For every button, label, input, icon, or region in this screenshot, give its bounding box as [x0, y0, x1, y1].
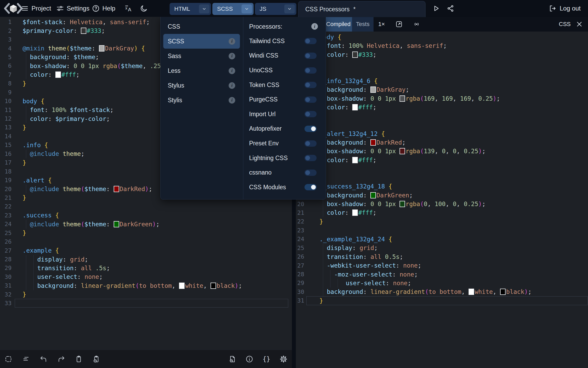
- code-line: 5: [296, 68, 588, 76]
- indent-guide: [33, 273, 34, 281]
- close-icon[interactable]: [575, 20, 583, 28]
- language-menu-item-less[interactable]: Lessi: [163, 63, 240, 78]
- zoom-level[interactable]: 1×: [378, 17, 385, 32]
- info-icon[interactable]: i: [229, 68, 235, 74]
- toggle-css-modules[interactable]: [304, 184, 317, 190]
- toggle-autoprefixer[interactable]: [304, 126, 317, 132]
- info-icon[interactable]: [245, 354, 254, 364]
- code-token: .25: [150, 63, 161, 69]
- code-token: user-select: [346, 280, 386, 287]
- color-swatch[interactable]: [114, 221, 119, 227]
- gear-icon[interactable]: [279, 354, 288, 364]
- menu-help[interactable]: Help: [92, 0, 115, 17]
- color-swatch[interactable]: [81, 28, 86, 34]
- app-logo-icon[interactable]: [3, 2, 24, 15]
- processor-row-lightning-css: Lightning CSS: [243, 151, 326, 165]
- menu-settings[interactable]: Settings: [56, 0, 90, 17]
- processors-list: Processors:iTailwind CSSWindi CSSUnoCSST…: [243, 17, 326, 199]
- tab-compiled[interactable]: Compiled: [325, 17, 352, 32]
- chevron-down-icon[interactable]: [199, 4, 209, 13]
- toggle-unocss[interactable]: [304, 67, 317, 74]
- color-swatch[interactable]: [179, 283, 185, 289]
- code-token: :: [62, 19, 70, 25]
- color-swatch[interactable]: [352, 104, 358, 110]
- info-icon[interactable]: i: [229, 38, 235, 45]
- toggle-cssnano[interactable]: [304, 170, 317, 176]
- chevron-down-icon[interactable]: [284, 4, 295, 13]
- language-menu-item-sass[interactable]: Sassi: [163, 49, 240, 63]
- color-swatch[interactable]: [352, 209, 358, 216]
- info-icon[interactable]: i: [229, 53, 235, 59]
- code-line: 9color: #fff;: [296, 103, 588, 112]
- color-swatch[interactable]: [370, 139, 376, 146]
- color-swatch[interactable]: [400, 201, 405, 207]
- logout-button[interactable]: Log out: [549, 0, 581, 17]
- broadcast-icon[interactable]: [413, 20, 421, 28]
- file-tab-css-processors[interactable]: CSS Processors *: [298, 1, 426, 17]
- language-menu-item-stylis[interactable]: Stylisi: [163, 93, 240, 108]
- code-token: background: [327, 86, 363, 93]
- toggle-preset-env[interactable]: [304, 140, 317, 147]
- info-icon[interactable]: i: [311, 23, 318, 30]
- align-lines-icon[interactable]: [21, 354, 31, 364]
- code-line: 24@include theme($theme: DarkGreen);: [0, 220, 292, 228]
- undo-icon[interactable]: [39, 354, 48, 364]
- toggle-import-url[interactable]: [304, 111, 317, 117]
- language-menu-item-stylus[interactable]: Stylusi: [163, 78, 240, 93]
- code-token: ,: [435, 95, 442, 102]
- chevron-down-icon[interactable]: [242, 4, 252, 13]
- redo-icon[interactable]: [56, 354, 66, 364]
- language-menu-item-scss[interactable]: SCSSi: [163, 34, 240, 49]
- editor-tab-scss[interactable]: SCSS: [212, 3, 254, 15]
- run-play-icon[interactable]: [432, 4, 440, 13]
- code-token: black: [217, 282, 235, 289]
- code-token: ;: [409, 192, 413, 199]
- line-number: 9: [0, 89, 15, 96]
- app: 1$font-stack: Helvetica, sans-serif;2$pr…: [0, 0, 588, 368]
- color-swatch[interactable]: [99, 45, 104, 52]
- toggle-purgecss[interactable]: [304, 96, 317, 103]
- menu-project[interactable]: Project: [21, 0, 51, 17]
- toggle-windi-css[interactable]: [304, 53, 317, 59]
- code-token: [396, 201, 400, 207]
- color-swatch[interactable]: [211, 283, 216, 289]
- braces-icon[interactable]: {}: [262, 354, 271, 364]
- tab-tests[interactable]: Tests: [352, 17, 374, 32]
- editor-tab-html[interactable]: HTML: [170, 3, 211, 15]
- open-preview-window-icon[interactable]: [395, 20, 403, 28]
- color-swatch[interactable]: [500, 289, 506, 295]
- line-number: 15: [0, 142, 15, 148]
- info-icon[interactable]: i: [229, 97, 235, 104]
- color-swatch[interactable]: [352, 52, 358, 58]
- toggle-lightning-css[interactable]: [304, 155, 317, 161]
- toggle-tailwind-css[interactable]: [304, 38, 317, 44]
- code-token: $font-stack: [70, 106, 110, 113]
- file-minus-icon[interactable]: [228, 354, 237, 364]
- color-swatch[interactable]: [114, 186, 119, 192]
- dark-mode-moon-icon[interactable]: [140, 4, 148, 13]
- color-swatch[interactable]: [469, 289, 474, 295]
- compiled-editor[interactable]: 1body {2font: 100% Helvetica, sans-serif…: [296, 32, 588, 368]
- line-number: 21: [0, 195, 15, 201]
- color-swatch[interactable]: [370, 192, 376, 198]
- code-token: :: [396, 262, 403, 269]
- share-icon[interactable]: [446, 4, 455, 13]
- clipboard-minus-icon[interactable]: [92, 354, 101, 364]
- color-swatch[interactable]: [55, 71, 61, 78]
- code-token: [436, 288, 439, 295]
- code-token: all: [81, 265, 92, 272]
- code-token: ;: [149, 186, 152, 192]
- color-swatch[interactable]: [352, 157, 358, 163]
- language-menu-item-css[interactable]: CSS: [163, 19, 240, 34]
- clipboard-icon[interactable]: [74, 354, 83, 364]
- translate-icon[interactable]: xA: [124, 4, 133, 13]
- selection-icon[interactable]: [4, 354, 13, 364]
- info-icon[interactable]: i: [229, 82, 235, 89]
- code-line: 10}: [296, 112, 588, 120]
- color-swatch[interactable]: [370, 86, 376, 93]
- toggle-token-css[interactable]: [304, 82, 317, 88]
- color-swatch[interactable]: [400, 95, 405, 102]
- color-swatch[interactable]: [400, 148, 405, 154]
- editor-tab-js[interactable]: JS: [255, 3, 296, 15]
- line-number: 17: [0, 159, 15, 166]
